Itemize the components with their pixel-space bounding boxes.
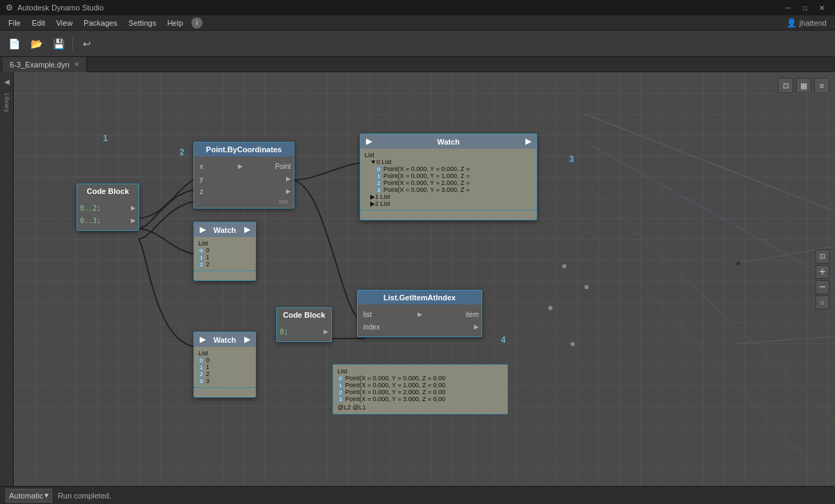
save-button[interactable]: 💾	[49, 34, 68, 54]
port-index-label: index	[360, 323, 383, 331]
dot-5	[736, 261, 740, 266]
watch-2-item-1: 1 1	[198, 254, 251, 261]
menu-packages[interactable]: Packages	[78, 17, 122, 29]
list-getitem-node: List.GetItemAtIndex list ▶ item index ▶	[357, 290, 482, 337]
watch-1-title: Watch	[437, 138, 460, 146]
toolbar: 📄 📂 💾 ↩	[0, 31, 835, 57]
watch-3-header: ▶ Watch ▶	[193, 332, 256, 347]
port-z-label: z	[197, 188, 206, 195]
menu-file[interactable]: File	[3, 17, 26, 29]
canvas[interactable]: 1 2 3 4 Code Block 0..2; ▶ 0..3; ▶ Point…	[14, 72, 835, 486]
zoom-out-button[interactable]: −	[816, 280, 829, 294]
watch-1-item-0: ▼0 List	[370, 158, 532, 165]
new-button[interactable]: 📄	[4, 34, 24, 54]
zoom-fit-button[interactable]: ⊡	[816, 250, 829, 263]
svg-line-1	[584, 142, 835, 281]
watch-2-header: ▶ Watch ▶	[193, 222, 256, 237]
watch-3-item-3: 3 3	[198, 377, 251, 384]
watch-3-body: List 0 0 1 1 2 2 3 3	[193, 347, 256, 388]
menu-settings[interactable]: Settings	[123, 17, 162, 29]
list-out-item-3: 3 Point(X = 0.000, Y = 3.000, Z = 0.00	[337, 396, 503, 403]
tab-close-icon[interactable]: ✕	[74, 60, 79, 68]
list-out-item-2: 2 Point(X = 0.000, Y = 2.000, Z = 0.00	[337, 389, 503, 396]
list-port-index: index ▶	[360, 321, 479, 332]
watch-1-body: List ▼0 List 0 Point(X = 0.000, Y = 0.00…	[360, 149, 537, 211]
port-output-label: Point	[275, 163, 291, 170]
zoom-controls: ⊡ + − ⌂	[816, 250, 829, 309]
menu-bar: File Edit View Packages Settings Help i …	[0, 15, 835, 31]
number-badge-2: 2	[180, 147, 184, 157]
watch-3-item-1: 1 1	[198, 364, 251, 371]
watch-node-2: ▶ Watch ▶ List 0 0 1 1 2 2 @L2 @L1 (3)	[193, 222, 256, 281]
list-out-footer: @L2 @L1 (4)	[337, 403, 503, 411]
watch-3-right-arrow: ▶	[244, 335, 250, 344]
canvas-icons: ⊡ ▦ ≡	[778, 78, 829, 93]
toolbar-separator	[72, 37, 73, 51]
file-tab[interactable]: 6-3_Example.dyn ✕	[3, 57, 87, 72]
menu-help[interactable]: Help	[161, 17, 189, 29]
port-item-label: item	[466, 311, 479, 318]
point-port-x: x ▶ Point	[197, 161, 291, 172]
watch-1-item-0-1: 1 Point(X = 0.000, Y = 1.000, Z =	[376, 172, 532, 179]
port-list-label: list	[360, 311, 374, 318]
user-icon: 👤	[786, 18, 797, 28]
library-toggle[interactable]: ◀	[1, 75, 13, 88]
watch-1-left-port: ▶	[366, 137, 372, 146]
minimize-button[interactable]: ─	[781, 0, 796, 15]
code-2-arrow: ▶	[324, 328, 328, 335]
watch-1-item-2: ▶2 List	[370, 200, 532, 207]
port-x-label: x	[197, 163, 206, 170]
settings-icon[interactable]: ≡	[814, 78, 829, 93]
list-out-footer-left: @L2 @L1	[337, 404, 366, 411]
code-block-1-body: 0..2; ▶ 0..3; ▶	[77, 198, 139, 231]
run-status-text: Run completed.	[58, 491, 111, 500]
watch-node-3: ▶ Watch ▶ List 0 0 1 1 2 2 3 3 @L2 @L1 (…	[193, 332, 256, 398]
port-index-arrow: ▶	[474, 323, 479, 330]
info-icon[interactable]: i	[191, 17, 202, 29]
point-port-y: y ▶	[197, 173, 291, 184]
watch-1-right-arrow: ▶	[525, 137, 531, 146]
zoom-home-button[interactable]: ⌂	[816, 295, 829, 309]
watch-1-item-1: ▶1 List	[370, 193, 532, 200]
watch-node-1: ▶ Watch ▶ List ▼0 List 0 Point(X = 0.000…	[360, 133, 537, 220]
restore-button[interactable]: □	[797, 0, 813, 15]
watch-3-footer-left: @L2 @L1	[197, 389, 222, 396]
list-out-title: List	[337, 368, 503, 375]
3d-view-icon[interactable]: ⊡	[778, 78, 793, 93]
background-icon[interactable]: ▦	[796, 78, 811, 93]
dot-4	[571, 342, 575, 346]
watch-1-item-0-3: 3 Point(X = 0.000, Y = 3.000, Z =	[376, 186, 532, 193]
watch-1-header: ▶ Watch ▶	[360, 133, 537, 149]
menu-view[interactable]: View	[51, 17, 79, 29]
main-area: ◀ Library	[0, 72, 835, 486]
watch-1-list-label: List	[365, 152, 532, 158]
list-out-footer-right: (4)	[495, 404, 503, 411]
watch-3-left-port: ▶	[200, 335, 205, 344]
undo-button[interactable]: ↩	[77, 34, 97, 54]
code-arrow-2: ▶	[131, 217, 136, 224]
run-mode-select[interactable]: Automatic ▾	[6, 489, 52, 503]
dot-2	[584, 285, 589, 289]
svg-line-5	[738, 336, 835, 343]
point-node-header: Point.ByCoordinates	[193, 142, 294, 156]
number-badge-4: 4	[501, 335, 506, 345]
watch-1-footer: @L3 @L2 @L1 (12)	[360, 211, 537, 220]
list-port-list: list ▶ item	[360, 309, 479, 320]
code-block-2-header: Code Block	[276, 307, 332, 322]
zoom-in-button[interactable]: +	[816, 265, 829, 279]
port-z-arrow: ▶	[286, 188, 291, 195]
svg-line-2	[584, 184, 835, 420]
number-badge-1: 1	[103, 133, 108, 143]
point-by-coordinates-node: Point.ByCoordinates x ▶ Point y ▶ z ▶ xx…	[193, 142, 294, 209]
port-x-arrow: ▶	[238, 163, 243, 170]
menu-edit[interactable]: Edit	[26, 17, 51, 29]
tab-bar: 6-3_Example.dyn ✕	[0, 57, 835, 72]
code-block-1-header: Code Block	[77, 184, 139, 198]
close-button[interactable]: ✕	[814, 0, 829, 15]
code-block-2-body: 0; ▶	[276, 322, 332, 342]
watch-2-footer-right: (3)	[246, 273, 253, 279]
app-title: Autodesk Dynamo Studio	[17, 3, 104, 12]
status-bar: Automatic ▾ Run completed.	[0, 486, 835, 504]
open-button[interactable]: 📂	[26, 34, 46, 54]
app-icon: ⚙	[6, 3, 13, 13]
